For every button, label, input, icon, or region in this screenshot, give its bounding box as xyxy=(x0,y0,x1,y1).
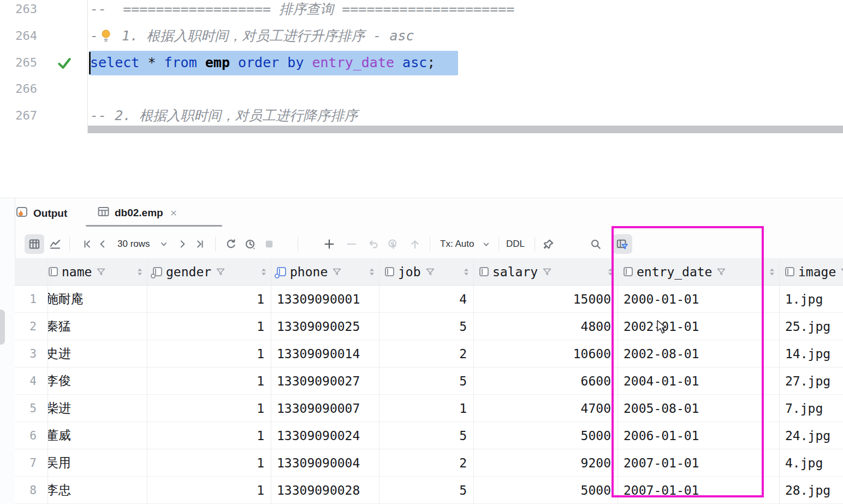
column-header-entry_date[interactable]: entry_date xyxy=(618,258,780,286)
sql-comment[interactable]: -- 2. 根据入职时间，对员工进行降序排序 xyxy=(90,103,358,129)
cell-image[interactable]: 25.jpg xyxy=(780,313,843,340)
filter-funnel-icon[interactable] xyxy=(328,265,341,279)
cell-salary[interactable]: 6600 xyxy=(474,367,618,395)
sort-toggle-icon[interactable] xyxy=(370,268,374,275)
cell-phone[interactable]: 13309090024 xyxy=(271,422,379,449)
sql-comment[interactable]: -- ================== 排序查询 =============… xyxy=(90,0,514,22)
filter-funnel-icon[interactable] xyxy=(211,265,225,279)
tab-db02-emp[interactable]: db02.emp × xyxy=(97,206,177,220)
search-icon[interactable] xyxy=(586,234,605,254)
row-number[interactable]: 8 xyxy=(15,477,48,504)
cell-entry_date[interactable]: 2005-08-01 xyxy=(618,395,780,422)
refresh-icon[interactable] xyxy=(221,234,241,254)
page-size-label[interactable]: 30 rows xyxy=(117,230,150,258)
cell-image[interactable]: 4.jpg xyxy=(780,449,843,477)
cell-name[interactable]: 施耐庵 xyxy=(48,286,147,313)
cell-name[interactable]: 史进 xyxy=(48,340,147,367)
cell-gender[interactable]: 1 xyxy=(147,286,271,313)
sql-comment[interactable]: - 1. 根据入职时间，对员工进行升序排序 - asc xyxy=(90,23,414,49)
filter-funnel-icon[interactable] xyxy=(836,265,843,279)
cell-job[interactable]: 5 xyxy=(379,313,474,340)
cell-entry_date[interactable]: 2004-01-01 xyxy=(618,367,780,395)
column-header-phone[interactable]: phone xyxy=(271,258,379,286)
cell-image[interactable]: 24.jpg xyxy=(780,422,843,449)
row-number[interactable]: 6 xyxy=(15,422,48,449)
grid-view-icon[interactable] xyxy=(25,234,44,254)
add-row-icon[interactable] xyxy=(319,234,339,254)
column-header-name[interactable]: name xyxy=(48,258,147,286)
cell-gender[interactable]: 1 xyxy=(147,367,271,395)
cell-phone[interactable]: 13309090027 xyxy=(271,367,379,395)
stop-icon[interactable] xyxy=(259,234,279,254)
column-header-salary[interactable]: salary xyxy=(474,258,618,286)
cell-name[interactable]: 李俊 xyxy=(48,367,147,395)
row-number[interactable]: 1 xyxy=(15,286,48,313)
row-number[interactable]: 4 xyxy=(15,367,48,395)
submit-icon[interactable] xyxy=(405,234,425,254)
delete-row-icon[interactable] xyxy=(342,234,361,254)
stripe-scroll-handle[interactable] xyxy=(0,310,5,345)
tx-mode-label[interactable]: Tx: Auto xyxy=(440,230,474,258)
cell-salary[interactable]: 4700 xyxy=(474,395,618,422)
column-header-job[interactable]: job xyxy=(379,258,474,286)
cell-entry_date[interactable]: 2006-01-01 xyxy=(618,422,780,449)
cell-phone[interactable]: 13309090001 xyxy=(271,286,379,313)
close-icon[interactable]: × xyxy=(170,206,177,220)
column-filter-icon[interactable] xyxy=(613,234,632,254)
cell-name[interactable]: 李忠 xyxy=(48,477,147,504)
cell-phone[interactable]: 13309090007 xyxy=(271,395,379,422)
sort-toggle-icon[interactable] xyxy=(464,268,468,275)
cell-gender[interactable]: 1 xyxy=(147,340,271,367)
preview-changes-icon[interactable] xyxy=(383,234,403,254)
row-number[interactable]: 3 xyxy=(15,340,48,367)
chart-view-icon[interactable] xyxy=(45,234,65,254)
cell-job[interactable]: 5 xyxy=(379,367,474,395)
cell-image[interactable]: 28.jpg xyxy=(780,477,843,504)
tab-output[interactable]: Output xyxy=(15,206,67,221)
cell-name[interactable]: 董威 xyxy=(48,422,147,449)
sql-editor[interactable]: 263 -- ================== 排序查询 =========… xyxy=(0,0,843,137)
sort-toggle-icon[interactable] xyxy=(770,268,774,275)
cell-phone[interactable]: 13309090025 xyxy=(271,313,379,340)
cell-gender[interactable]: 1 xyxy=(147,422,271,449)
row-number[interactable]: 7 xyxy=(15,449,48,477)
cell-gender[interactable]: 1 xyxy=(147,477,271,504)
sql-statement[interactable]: select * from emp order by entry_date as… xyxy=(90,50,435,76)
pin-icon[interactable] xyxy=(539,234,559,254)
chevron-down-icon[interactable] xyxy=(476,234,496,254)
cell-salary[interactable]: 5000 xyxy=(474,422,618,449)
column-header-image[interactable]: image xyxy=(780,258,843,286)
cell-entry_date[interactable]: 2002-01-01 xyxy=(618,313,780,340)
cell-entry_date[interactable]: 2000-01-01 xyxy=(618,286,780,313)
cell-entry_date[interactable]: 2002-08-01 xyxy=(618,340,780,367)
cell-entry_date[interactable]: 2007-01-01 xyxy=(618,477,780,504)
revert-icon[interactable] xyxy=(364,234,383,254)
schedule-refresh-icon[interactable] xyxy=(240,234,260,254)
row-number[interactable]: 5 xyxy=(15,395,48,422)
horizontal-scrollbar[interactable] xyxy=(88,126,843,133)
cell-job[interactable]: 2 xyxy=(379,340,474,367)
cell-gender[interactable]: 1 xyxy=(147,449,271,477)
cell-phone[interactable]: 13309090004 xyxy=(271,449,379,477)
previous-page-icon[interactable] xyxy=(93,234,112,254)
lightbulb-icon[interactable] xyxy=(99,26,112,52)
cell-image[interactable]: 1.jpg xyxy=(780,286,843,313)
cell-image[interactable]: 27.jpg xyxy=(780,367,843,395)
cell-job[interactable]: 1 xyxy=(379,395,474,422)
cell-name[interactable]: 秦猛 xyxy=(48,313,147,340)
cell-salary[interactable]: 9200 xyxy=(474,449,618,477)
cell-image[interactable]: 7.jpg xyxy=(780,395,843,422)
cell-salary[interactable]: 4800 xyxy=(474,313,618,340)
column-header-gender[interactable]: gender xyxy=(147,258,271,286)
sort-toggle-icon[interactable] xyxy=(262,268,266,275)
row-number-header[interactable] xyxy=(15,258,48,286)
executed-check-icon[interactable] xyxy=(57,56,72,71)
cell-phone[interactable]: 13309090028 xyxy=(271,477,379,504)
cell-job[interactable]: 4 xyxy=(379,286,474,313)
cell-salary[interactable]: 5000 xyxy=(474,477,618,504)
chevron-down-icon[interactable] xyxy=(154,234,174,254)
sort-toggle-icon[interactable] xyxy=(138,268,142,275)
cell-salary[interactable]: 10600 xyxy=(474,340,618,367)
ddl-button[interactable]: DDL xyxy=(506,230,525,258)
cell-salary[interactable]: 15000 xyxy=(474,286,618,313)
